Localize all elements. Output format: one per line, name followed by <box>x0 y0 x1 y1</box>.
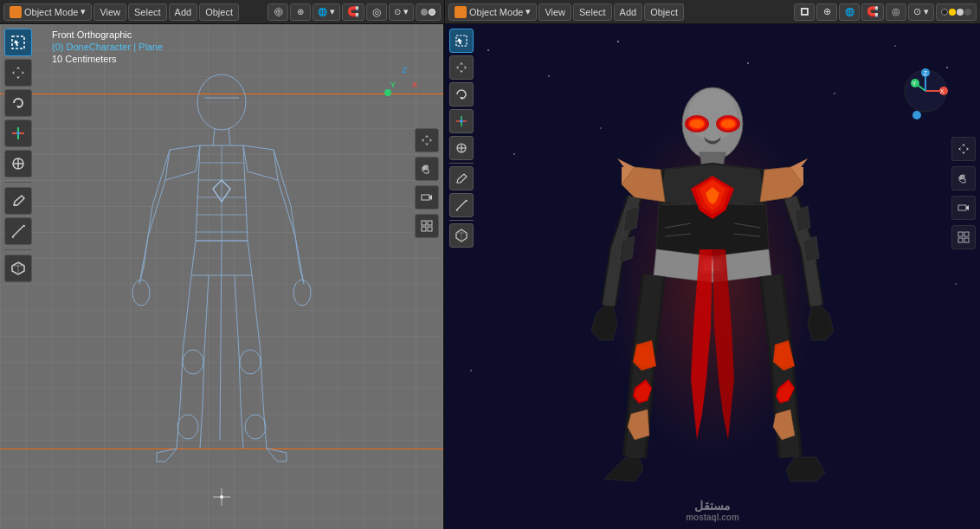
measure-icon <box>10 223 26 239</box>
right-select-icon <box>455 34 468 48</box>
right-measure-icon <box>455 198 468 212</box>
right-toolbar-sep <box>449 163 474 164</box>
svg-point-19 <box>132 280 150 306</box>
cursor-transform-icon: 🞋 <box>274 7 283 17</box>
left-snap-btn[interactable]: 🧲 <box>342 3 364 21</box>
left-proportional-btn[interactable]: ◎ <box>366 3 387 21</box>
mini-move-btn[interactable] <box>415 128 439 152</box>
right-move-icon <box>455 61 468 74</box>
rotate-tool[interactable] <box>4 89 32 117</box>
nav-gizmo-svg: X Y Z <box>902 68 950 115</box>
svg-point-47 <box>955 283 957 285</box>
right-proportional-btn[interactable]: ◎ <box>886 3 906 21</box>
left-select-menu[interactable]: Select <box>128 3 167 21</box>
proportional-icon: ◎ <box>372 6 381 18</box>
right-mini-grab-btn[interactable] <box>951 166 976 190</box>
svg-point-39 <box>617 41 619 42</box>
right-menu-section: Object Mode ▾ View Select Add Object 🞐 ⊕… <box>445 0 980 23</box>
right-select-box-tool[interactable] <box>449 29 474 53</box>
add-cube-icon <box>10 261 26 276</box>
right-object-mode-button[interactable]: Object Mode ▾ <box>448 3 537 21</box>
svg-point-38 <box>548 75 550 77</box>
left-view-menu[interactable]: View <box>93 3 126 21</box>
right-proportional-icon: ◎ <box>892 6 900 17</box>
x-axis-label: X <box>412 81 417 89</box>
z-axis-label: Z <box>403 66 408 74</box>
move-tool[interactable] <box>4 59 32 87</box>
render-region-icon: 🞐 <box>800 7 809 16</box>
toolbar-separator-2 <box>4 249 32 250</box>
viewport-subtitle: (0) DoneCharacter | Plane <box>52 42 163 52</box>
right-render-region-btn[interactable]: 🞐 <box>794 3 815 21</box>
svg-point-20 <box>293 280 311 306</box>
scale-tool[interactable] <box>4 119 32 147</box>
right-transform-btn[interactable]: ⊕ <box>816 3 837 21</box>
right-scale-tool[interactable] <box>449 109 474 133</box>
svg-point-44 <box>513 153 515 155</box>
right-viewport[interactable]: X Y Z <box>445 24 980 529</box>
svg-rect-15 <box>428 227 432 231</box>
left-object-mode-button[interactable]: Object Mode ▾ <box>3 3 92 21</box>
mini-camera-btn[interactable] <box>415 185 439 210</box>
crosshair-icon <box>213 488 230 506</box>
mini-camera-icon <box>421 191 433 203</box>
measure-tool[interactable] <box>4 217 32 245</box>
right-mini-grid-btn[interactable] <box>951 225 976 249</box>
mini-grid-btn[interactable] <box>415 214 439 238</box>
select-box-icon <box>10 35 26 50</box>
svg-line-18 <box>229 128 230 145</box>
orientation-chevron: ▾ <box>330 6 335 17</box>
right-rotate-icon <box>455 87 468 101</box>
right-mini-camera-icon <box>957 202 970 214</box>
add-cube-tool[interactable] <box>4 255 32 282</box>
left-add-menu[interactable]: Add <box>169 3 198 21</box>
svg-point-16 <box>197 74 246 130</box>
annotate-tool[interactable] <box>4 187 32 215</box>
mini-grab-btn[interactable] <box>415 157 439 181</box>
dropdown-chevron-icon: ▾ <box>81 6 86 17</box>
left-toolbar <box>4 29 32 282</box>
left-viewport[interactable]: Front Orthographic (0) DoneCharacter | P… <box>0 24 445 529</box>
global-icon: ⊕ <box>297 7 304 16</box>
right-rotate-tool[interactable] <box>449 82 474 106</box>
right-add-menu[interactable]: Add <box>614 3 643 21</box>
right-viewport-left-toolbar <box>449 29 474 248</box>
left-object-menu[interactable]: Object <box>199 3 239 21</box>
overlay-chevron: ▾ <box>403 6 409 17</box>
nav-gizmo-right[interactable]: X Y Z <box>902 68 950 115</box>
left-cursor-icon-btn[interactable]: 🞋 <box>268 3 288 21</box>
right-move-tool[interactable] <box>449 55 474 80</box>
svg-point-30 <box>245 415 266 439</box>
right-snap-btn[interactable]: 🧲 <box>861 3 884 21</box>
select-box-tool[interactable] <box>4 29 32 56</box>
transform-tool[interactable] <box>4 150 32 177</box>
wireframe-character <box>118 68 326 466</box>
right-transform-tool[interactable] <box>449 136 474 160</box>
right-mini-camera-btn[interactable] <box>951 196 976 220</box>
right-shading-btn[interactable] <box>936 3 977 21</box>
right-mode-icon <box>455 6 467 18</box>
right-object-menu[interactable]: Object <box>644 3 684 21</box>
right-add-icon <box>455 229 468 242</box>
right-annotate-tool[interactable] <box>449 166 474 190</box>
svg-rect-73 <box>964 232 969 236</box>
left-menu-section: Object Mode ▾ View Select Add Object 🞋 ⊕… <box>0 0 445 23</box>
svg-point-28 <box>240 350 261 374</box>
right-overlay-btn[interactable]: ⊙ ▾ <box>908 3 934 21</box>
left-overlay-btn[interactable]: ⊙ ▾ <box>389 3 414 21</box>
right-add-tool[interactable] <box>449 223 474 248</box>
right-select-menu[interactable]: Select <box>573 3 612 21</box>
left-global-icon-btn[interactable]: ⊕ <box>290 3 311 21</box>
axis-dots-left <box>384 89 391 96</box>
right-measure-tool[interactable] <box>449 193 474 217</box>
svg-line-17 <box>213 128 215 145</box>
right-orientation-btn[interactable]: 🌐 <box>839 3 860 21</box>
move-icon <box>10 65 26 81</box>
left-shading-btn[interactable] <box>416 3 441 21</box>
right-view-menu[interactable]: View <box>538 3 571 21</box>
right-mini-toolbar <box>415 128 439 238</box>
left-orientation-btn[interactable]: 🌐 ▾ <box>313 3 340 21</box>
right-mini-move-btn[interactable] <box>951 137 976 161</box>
scale-icon <box>10 126 26 141</box>
svg-point-37 <box>487 49 489 51</box>
